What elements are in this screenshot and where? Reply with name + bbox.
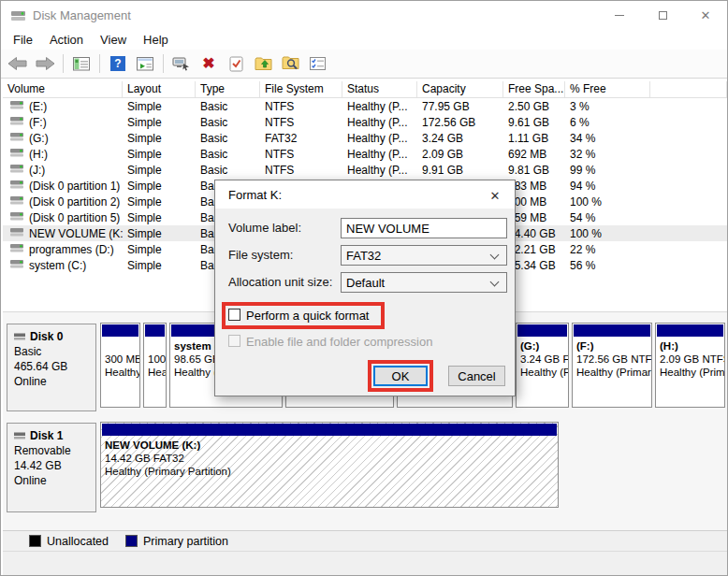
- table-row[interactable]: (F:)SimpleBasicNTFSHealthy (P...172.56 G…: [3, 114, 727, 130]
- folder-search-icon[interactable]: [279, 52, 301, 75]
- cell-pct: 34 %: [565, 130, 650, 146]
- column-header-capacity[interactable]: Capacity: [417, 81, 503, 97]
- disk-panel-0[interactable]: Disk 0Basic465.64 GBOnline: [7, 324, 96, 411]
- file-system-caption: File system:: [228, 248, 293, 262]
- alloc-unit-caption: Allocation unit size:: [228, 275, 332, 289]
- cancel-button[interactable]: Cancel: [448, 366, 505, 386]
- column-header-status[interactable]: Status: [342, 81, 417, 97]
- cell-type: Basic: [196, 146, 260, 162]
- cell-layout: Simple: [123, 98, 196, 114]
- partition-(F:)[interactable]: (F:)172.56 GB NTFSHealthy (Primary Parti…: [572, 323, 652, 408]
- column-header-fs[interactable]: File System: [260, 81, 342, 97]
- table-row[interactable]: (J:)SimpleBasicNTFSHealthy (P...9.91 GB9…: [3, 162, 727, 178]
- cell-text-volume: (Disk 0 partition 1): [29, 180, 120, 193]
- volume-icon: [10, 100, 24, 113]
- help-icon[interactable]: ?: [107, 52, 129, 75]
- alloc-unit-select[interactable]: Default: [341, 272, 507, 293]
- cell-text-pct: 56 %: [570, 259, 595, 272]
- cell-capacity: 77.95 GB: [417, 98, 503, 114]
- computer-pointer-icon[interactable]: [170, 52, 193, 75]
- cell-text-pct: 32 %: [570, 148, 595, 161]
- table-row[interactable]: (G:)SimpleBasicFAT32Healthy (P...3.24 GB…: [3, 130, 727, 146]
- delete-volume-icon[interactable]: ✖: [197, 52, 220, 75]
- cell-text-capacity: 9.91 GB: [422, 164, 463, 177]
- cell-text-volume: (E:): [29, 100, 47, 113]
- folder-up-icon[interactable]: [252, 52, 274, 75]
- cell-text-type: Basic: [200, 148, 227, 161]
- cell-text-layout: Simple: [127, 259, 162, 272]
- checklist-icon[interactable]: [306, 52, 328, 75]
- cell-text-volume: NEW VOLUME (K:): [29, 227, 123, 240]
- disk-panel-1[interactable]: Disk 1Removable14.42 GBOnline: [7, 423, 96, 512]
- partition-NEW VOLUME (K:)[interactable]: NEW VOLUME (K:)14.42 GB FAT32Healthy (Pr…: [100, 422, 559, 508]
- cell-text-layout: Simple: [127, 180, 162, 193]
- cell-volume: (H:): [3, 146, 123, 162]
- cell-layout: Simple: [123, 130, 196, 146]
- cell-pct: 54 %: [565, 209, 650, 225]
- column-header-free[interactable]: Free Spa...: [503, 81, 565, 97]
- maximize-button[interactable]: [641, 1, 684, 29]
- back-icon[interactable]: [7, 52, 29, 75]
- cell-text-pct: 22 %: [570, 243, 595, 256]
- partition-(G:)[interactable]: (G:)3.24 GB FAT32Healthy (Primary Partit…: [516, 323, 569, 408]
- file-system-select[interactable]: FAT32: [341, 245, 507, 266]
- quick-format-label: Perform a quick format: [246, 309, 370, 323]
- cell-type: Basic: [196, 162, 260, 178]
- cell-text-volume: (H:): [29, 148, 48, 161]
- volume-icon: [10, 132, 24, 145]
- column-header-layout[interactable]: Layout: [123, 81, 196, 97]
- cell-text-capacity: 77.95 GB: [422, 100, 470, 113]
- volume-label-input[interactable]: NEW VOLUME: [341, 218, 507, 238]
- partition-text: (H:)2.09 GB NTFSHealthy (Primary Partiti…: [660, 339, 724, 379]
- cell-text-pct: 34 %: [570, 132, 595, 145]
- cell-status: Healthy (P...: [342, 114, 417, 130]
- column-header-volume[interactable]: Volume: [3, 81, 123, 97]
- legend-item: Primary partition: [125, 535, 228, 548]
- cell-type: Basic: [196, 130, 260, 146]
- dialog-close-icon[interactable]: ✕: [485, 187, 505, 204]
- cell-pct: 94 %: [565, 178, 650, 194]
- column-header-pct[interactable]: % Free: [565, 81, 650, 97]
- forward-icon[interactable]: [34, 52, 56, 75]
- cell-text-type: Basic: [200, 132, 227, 145]
- menu-action[interactable]: Action: [41, 31, 92, 49]
- console-tree-icon[interactable]: [70, 52, 93, 75]
- cell-text-volume: (Disk 0 partition 2): [29, 195, 120, 209]
- cell-text-layout: Simple: [127, 148, 162, 161]
- table-row[interactable]: (E:)SimpleBasicNTFSHealthy (P...77.95 GB…: [3, 98, 727, 114]
- cell-text-capacity: 3.24 GB: [422, 132, 463, 145]
- action-pane-icon[interactable]: [134, 52, 156, 75]
- volume-icon: [10, 116, 24, 129]
- task-check-icon[interactable]: [225, 52, 247, 75]
- volume-icon: [10, 211, 24, 224]
- chevron-down-icon: [490, 251, 500, 260]
- cell-free: 9.81 GB: [503, 162, 565, 178]
- app-icon: [10, 8, 27, 27]
- cell-layout: Simple: [123, 114, 196, 130]
- column-header-type[interactable]: Type: [196, 81, 260, 97]
- cell-free: 1.11 GB: [503, 130, 565, 146]
- cell-text-fs: NTFS: [265, 100, 294, 113]
- disk-size: 465.64 GB: [14, 359, 95, 374]
- cell-text-fs: NTFS: [265, 148, 294, 161]
- menu-help[interactable]: Help: [135, 31, 177, 49]
- partition-text: (G:)3.24 GB FAT32Healthy (Primary Partit…: [520, 339, 568, 379]
- partition-100 MB[interactable]: 100 MBHealthy (EFI System Partition): [143, 323, 167, 408]
- volume-icon: [10, 243, 24, 256]
- partition-300 MB[interactable]: 300 MBHealthy (OEM Partition): [100, 323, 140, 408]
- cell-pct: 22 %: [565, 241, 650, 257]
- close-button[interactable]: ✕: [684, 1, 727, 29]
- table-row[interactable]: (H:)SimpleBasicNTFSHealthy (P...2.09 GB6…: [3, 146, 727, 162]
- quick-format-checkbox[interactable]: [228, 309, 240, 321]
- cell-layout: Simple: [123, 146, 196, 162]
- chevron-down-icon: [490, 278, 500, 287]
- ok-button[interactable]: OK: [373, 366, 428, 386]
- menu-file[interactable]: File: [5, 31, 41, 49]
- cell-layout: Simple: [123, 194, 196, 209]
- partition-(H:)[interactable]: (H:)2.09 GB NTFSHealthy (Primary Partiti…: [655, 323, 725, 408]
- cell-text-status: Healthy (P...: [347, 148, 407, 161]
- menu-view[interactable]: View: [92, 31, 135, 49]
- volume-label-caption: Volume label:: [228, 221, 301, 235]
- cell-text-layout: Simple: [127, 164, 162, 177]
- minimize-button[interactable]: [598, 1, 641, 29]
